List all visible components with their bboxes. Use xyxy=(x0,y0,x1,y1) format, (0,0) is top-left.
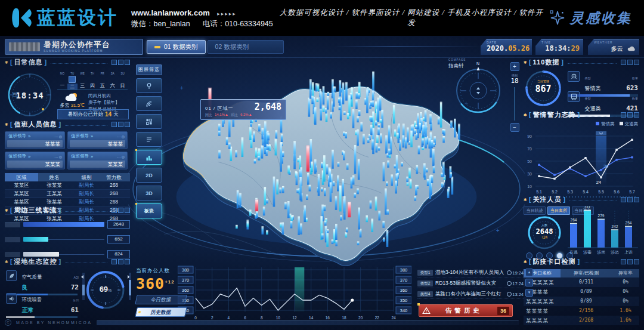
gauge-arrow-left[interactable] xyxy=(81,275,83,279)
logo[interactable]: 蓝蓝设计 xyxy=(10,5,118,30)
weekday-active[interactable]: TU二 xyxy=(67,72,78,90)
weekday[interactable]: MO一 xyxy=(57,72,67,90)
panel-title: 110数据 xyxy=(533,58,560,67)
yoy-label: 同比 xyxy=(205,113,212,118)
layer-button-blocks[interactable]: 板块 xyxy=(136,203,162,218)
duty-card[interactable]: 值班领导»⋯ ◎某某某 xyxy=(67,152,128,169)
map-zoom-control: + 级别 18 − xyxy=(509,62,520,132)
svg-text:36: 36 xyxy=(603,164,608,169)
zoom-level-value: 18 xyxy=(509,77,520,85)
svg-text:16: 16 xyxy=(326,316,330,320)
tab-active-icon xyxy=(154,46,160,48)
panel-110-data: ✱[110数据] 当日警情 867 类型警情类 数量623 xyxy=(524,58,639,109)
noise-label: 环境噪音 xyxy=(21,297,42,303)
flow-label-redacted xyxy=(5,237,20,242)
duty-card[interactable]: 值班领导»⋯ ◎某某某 xyxy=(5,131,65,149)
svg-text:264: 264 xyxy=(571,218,577,222)
window-controls[interactable] xyxy=(112,122,130,127)
window-controls[interactable] xyxy=(621,60,639,65)
maximize-icon xyxy=(627,112,633,118)
svg-text:在逃: 在逃 xyxy=(569,250,578,254)
tab-data-category-2[interactable]: 02 数据类别 xyxy=(208,40,284,54)
minimize-icon xyxy=(621,197,626,202)
stat-type: 警情类 xyxy=(584,85,600,91)
focus-count-ring: 人数 2648 ↑24 xyxy=(527,215,562,250)
flow-bar xyxy=(23,222,104,227)
table-header-row: 区域姓名级别警力数 xyxy=(5,173,130,181)
window-controls[interactable] xyxy=(621,112,639,118)
weekday[interactable]: SA六 xyxy=(107,72,117,90)
panel-title: 周边三线客流 xyxy=(14,206,57,215)
legend-item[interactable]: 警情类 xyxy=(596,121,615,127)
alert-row[interactable]: 类型2RD13-53烟感报警疑似火灾17:24 xyxy=(417,279,524,288)
scroll-down-button[interactable]: ▼ xyxy=(525,289,533,297)
window-controls[interactable] xyxy=(621,197,639,202)
layer-button-3d[interactable]: 3D xyxy=(136,186,162,201)
noise-meter xyxy=(6,316,78,318)
gauge-110-label: 当日警情 xyxy=(525,79,562,83)
window-controls[interactable] xyxy=(112,259,130,264)
zoom-in-button[interactable]: + xyxy=(510,62,519,71)
scale-right xyxy=(129,273,131,300)
alert-text: RD13-53烟感报警疑似火灾 xyxy=(435,280,504,287)
history-data-button[interactable]: 历史数据 xyxy=(135,307,187,317)
tab-data-category-1[interactable]: 01 数据类别 xyxy=(147,40,206,54)
site-header: 蓝蓝设计 www.lanlanwork.com ▸▸▸▸▸ 微信：ben_lan… xyxy=(0,0,644,36)
checkpoint-row-warning[interactable]: 某某某某2/1561.6% xyxy=(524,306,639,316)
panel-title: 值班人员信息 xyxy=(14,120,57,129)
weekday[interactable]: WE三 xyxy=(78,72,88,90)
inspiration-collect[interactable]: 灵感收集 xyxy=(550,9,632,27)
copyright-icon: C xyxy=(5,319,11,326)
clock-widget: PM 18:34 xyxy=(7,72,52,118)
svg-text:2: 2 xyxy=(211,316,213,320)
svg-text:5.2: 5.2 xyxy=(552,190,558,194)
air-value: 72 xyxy=(71,283,79,291)
legend-item[interactable]: 交通类 xyxy=(620,121,639,127)
minimize-icon xyxy=(621,259,626,264)
window-controls[interactable] xyxy=(621,259,639,264)
layer-filter-panel: 图层筛选 2D 3D 板块 xyxy=(136,64,162,218)
weekday[interactable]: FR五 xyxy=(97,72,107,90)
alert-row[interactable]: 类型4某路口有小汽车连闯三个红灯13:24 xyxy=(417,290,524,299)
layer-button-signal[interactable] xyxy=(136,96,162,111)
bus-icon xyxy=(568,91,580,102)
flow-bar xyxy=(23,237,48,242)
layer-button-list[interactable] xyxy=(136,132,162,147)
panel-title: 警情警力态势 xyxy=(533,110,576,119)
tab-daily-track[interactable]: 当日轨迹 xyxy=(524,206,546,215)
map-tooltip: 01 / 区域一 2,648 同比14.1%▲ 环比6.2%▲ xyxy=(200,99,286,120)
weekday[interactable]: TH四 xyxy=(88,72,98,90)
svg-text:12: 12 xyxy=(292,316,297,320)
scroll-dot-button[interactable]: ● xyxy=(525,279,533,286)
today-data-button[interactable]: 今日数据 xyxy=(135,295,187,304)
flow-value: 2648 xyxy=(107,220,130,229)
alert-text: 某路口有小汽车连闯三个红灯 xyxy=(435,291,504,298)
layer-button-location[interactable] xyxy=(136,78,162,93)
table-row[interactable]: 某某区张某某副局长268 xyxy=(5,198,130,206)
alert-row[interactable]: 类型1湿地3-104片区有不明人员闯入19:24 xyxy=(417,269,524,277)
weekday[interactable]: SU日 xyxy=(117,72,128,90)
panel-checkpoint: ✱[防疫卡口检测] 卡口名称异常/已检测异常率 某某某某某0/3110% 某某某… xyxy=(524,257,639,330)
table-row[interactable]: 某某区张某某副局长268 xyxy=(5,181,130,190)
site-url[interactable]: www.lanlanwork.com xyxy=(131,8,210,17)
checkpoint-row[interactable]: 某某某某0/890% xyxy=(524,287,639,297)
zoom-slider-track[interactable] xyxy=(514,87,515,121)
window-controls[interactable] xyxy=(112,208,130,213)
zoom-out-button[interactable]: − xyxy=(510,123,519,132)
checkpoint-row-warning[interactable]: 某某某某2/2681.6% xyxy=(524,316,639,325)
svg-text:18: 18 xyxy=(342,316,346,320)
checkpoint-row[interactable]: 某某某某某0/3110% xyxy=(524,277,639,287)
layer-button-bar-chart[interactable] xyxy=(136,150,162,165)
checkpoint-row[interactable]: 某某某某某0/890% xyxy=(524,297,639,306)
alert-history-banner[interactable]: 告警历史 36 xyxy=(419,304,513,317)
gauge-110: 当日警情 867 xyxy=(525,70,562,107)
window-controls[interactable] xyxy=(112,60,130,65)
redacted-mosaic xyxy=(9,42,40,51)
table-row[interactable]: 某某区王某某副局长268 xyxy=(5,190,130,198)
layer-button-cluster[interactable] xyxy=(136,114,162,129)
svg-text:370: 370 xyxy=(400,277,408,283)
duty-card[interactable]: 值班领导»⋯ ◎某某某 xyxy=(67,131,128,149)
layer-button-2d[interactable]: 2D xyxy=(136,168,162,183)
duty-card[interactable]: 值班领导»⋯ ◎某某某 xyxy=(5,152,65,169)
scroll-up-button[interactable]: ▲ xyxy=(525,269,533,276)
